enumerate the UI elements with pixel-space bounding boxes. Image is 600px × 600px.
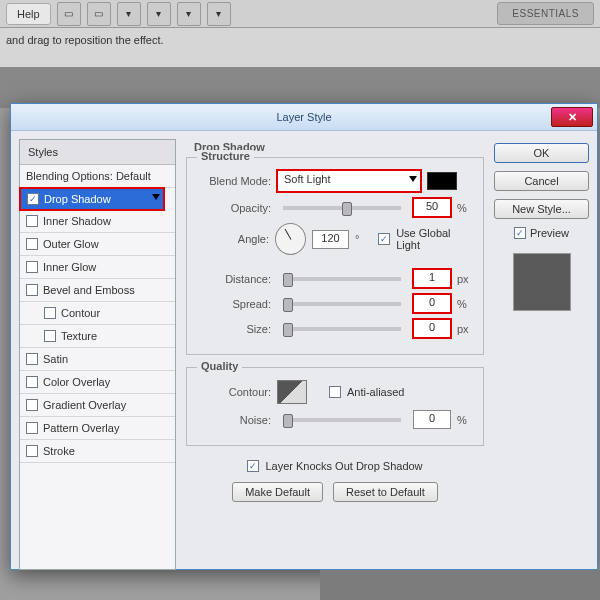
- preview-label: Preview: [530, 227, 569, 239]
- blend-mode-value: Soft Light: [284, 173, 330, 185]
- dialog-title: Layer Style: [276, 111, 331, 123]
- blend-mode-select[interactable]: Soft Light: [277, 170, 421, 192]
- close-icon: ✕: [568, 111, 577, 124]
- toolbar-icon-4[interactable]: ▾: [147, 2, 171, 26]
- dialog-titlebar[interactable]: Layer Style ✕: [11, 104, 597, 131]
- structure-legend: Structure: [197, 150, 254, 162]
- quality-legend: Quality: [197, 360, 242, 372]
- toolbar-icon-2[interactable]: ▭: [87, 2, 111, 26]
- style-inner-glow[interactable]: Inner Glow: [20, 256, 175, 279]
- style-pattern-overlay[interactable]: Pattern Overlay: [20, 417, 175, 440]
- checkbox-icon[interactable]: [26, 399, 38, 411]
- close-button[interactable]: ✕: [551, 107, 593, 127]
- style-drop-shadow[interactable]: Drop Shadow: [20, 188, 164, 210]
- knockout-label: Layer Knocks Out Drop Shadow: [265, 460, 422, 472]
- style-label: Inner Shadow: [43, 215, 111, 227]
- checkbox-icon[interactable]: [26, 353, 38, 365]
- distance-slider[interactable]: [283, 277, 401, 281]
- spread-input[interactable]: 0: [413, 294, 451, 313]
- toolbar-icon-5[interactable]: ▾: [177, 2, 201, 26]
- blend-mode-label: Blend Mode:: [195, 175, 271, 187]
- layer-style-dialog: Layer Style ✕ Styles Blending Options: D…: [10, 103, 598, 570]
- size-slider[interactable]: [283, 327, 401, 331]
- toolbar-icon-6[interactable]: ▾: [207, 2, 231, 26]
- ok-button[interactable]: OK: [494, 143, 589, 163]
- style-label: Outer Glow: [43, 238, 99, 250]
- slider-thumb[interactable]: [283, 298, 293, 312]
- style-texture[interactable]: Texture: [20, 325, 175, 348]
- pct-unit: %: [457, 414, 475, 426]
- help-menu[interactable]: Help: [6, 3, 51, 25]
- knockout-checkbox[interactable]: [247, 460, 259, 472]
- toolbar-icon-1[interactable]: ▭: [57, 2, 81, 26]
- style-label: Pattern Overlay: [43, 422, 119, 434]
- shadow-color-swatch[interactable]: [427, 172, 457, 190]
- checkbox-icon[interactable]: [44, 330, 56, 342]
- style-label: Gradient Overlay: [43, 399, 126, 411]
- styles-list: Styles Blending Options: Default Drop Sh…: [19, 139, 176, 570]
- spread-slider[interactable]: [283, 302, 401, 306]
- style-label: Texture: [61, 330, 97, 342]
- antialiased-checkbox[interactable]: [329, 386, 341, 398]
- angle-label: Angle:: [195, 233, 269, 245]
- slider-thumb[interactable]: [342, 202, 352, 216]
- checkbox-icon[interactable]: [26, 445, 38, 457]
- style-inner-shadow[interactable]: Inner Shadow: [20, 210, 175, 233]
- noise-slider[interactable]: [283, 418, 401, 422]
- style-color-overlay[interactable]: Color Overlay: [20, 371, 175, 394]
- opacity-label: Opacity:: [195, 202, 271, 214]
- distance-input[interactable]: 1: [413, 269, 451, 288]
- checkbox-icon[interactable]: [44, 307, 56, 319]
- distance-label: Distance:: [195, 273, 271, 285]
- preview-checkbox[interactable]: [514, 227, 526, 239]
- make-default-button[interactable]: Make Default: [232, 482, 323, 502]
- opacity-input[interactable]: 50: [413, 198, 451, 217]
- style-gradient-overlay[interactable]: Gradient Overlay: [20, 394, 175, 417]
- reset-default-button[interactable]: Reset to Default: [333, 482, 438, 502]
- checkbox-icon[interactable]: [26, 422, 38, 434]
- opacity-slider[interactable]: [283, 206, 401, 210]
- styles-header[interactable]: Styles: [20, 140, 175, 165]
- px-unit: px: [457, 323, 475, 335]
- checkbox-icon[interactable]: [26, 238, 38, 250]
- deg-unit: °: [355, 233, 372, 245]
- spread-label: Spread:: [195, 298, 271, 310]
- checkbox-icon[interactable]: [26, 284, 38, 296]
- pct-unit: %: [457, 298, 475, 310]
- style-contour[interactable]: Contour: [20, 302, 175, 325]
- style-label: Inner Glow: [43, 261, 96, 273]
- noise-label: Noise:: [195, 414, 271, 426]
- checkbox-icon[interactable]: [26, 376, 38, 388]
- quality-fieldset: Quality Contour: Anti-aliased Noise: 0 %: [186, 367, 484, 446]
- slider-thumb[interactable]: [283, 414, 293, 428]
- size-input[interactable]: 0: [413, 319, 451, 338]
- angle-input[interactable]: 120: [312, 230, 349, 249]
- global-light-label: Use Global Light: [396, 227, 475, 251]
- global-light-checkbox[interactable]: [378, 233, 390, 245]
- new-style-button[interactable]: New Style...: [494, 199, 589, 219]
- contour-picker[interactable]: [277, 380, 307, 404]
- pct-unit: %: [457, 202, 475, 214]
- options-hint: and drag to reposition the effect.: [6, 34, 164, 46]
- contour-label: Contour:: [195, 386, 271, 398]
- style-satin[interactable]: Satin: [20, 348, 175, 371]
- angle-dial[interactable]: [275, 223, 306, 255]
- px-unit: px: [457, 273, 475, 285]
- style-outer-glow[interactable]: Outer Glow: [20, 233, 175, 256]
- noise-input[interactable]: 0: [413, 410, 451, 429]
- structure-fieldset: Structure Blend Mode: Soft Light Opacity…: [186, 157, 484, 355]
- checkbox-icon[interactable]: [26, 215, 38, 227]
- toolbar-icon-3[interactable]: ▾: [117, 2, 141, 26]
- drop-shadow-panel: Drop Shadow Structure Blend Mode: Soft L…: [182, 139, 488, 570]
- workspace-essentials[interactable]: ESSENTIALS: [497, 2, 594, 25]
- checkbox-icon[interactable]: [27, 193, 39, 205]
- slider-thumb[interactable]: [283, 273, 293, 287]
- cancel-button[interactable]: Cancel: [494, 171, 589, 191]
- slider-thumb[interactable]: [283, 323, 293, 337]
- checkbox-icon[interactable]: [26, 261, 38, 273]
- style-bevel-emboss[interactable]: Bevel and Emboss: [20, 279, 175, 302]
- style-label: Drop Shadow: [44, 193, 111, 205]
- style-blending-options[interactable]: Blending Options: Default: [20, 165, 175, 188]
- app-menubar: Help ▭ ▭ ▾ ▾ ▾ ▾ ESSENTIALS: [0, 0, 600, 28]
- style-stroke[interactable]: Stroke: [20, 440, 175, 463]
